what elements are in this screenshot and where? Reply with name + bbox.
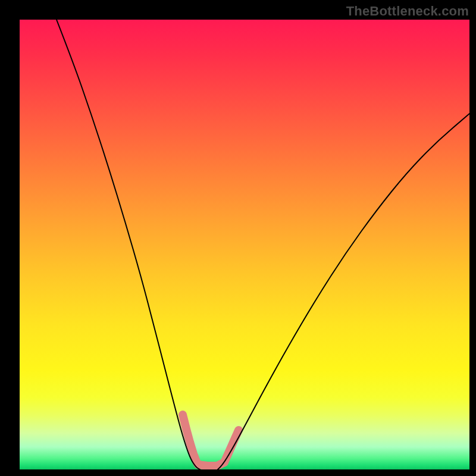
watermark-text: TheBottleneck.com [346, 4, 469, 19]
black-curves [57, 20, 469, 469]
left-curve [57, 20, 200, 469]
curves-svg [20, 20, 469, 469]
plot-area [20, 20, 469, 469]
right-curve [218, 114, 469, 469]
chart-frame: TheBottleneck.com [0, 0, 476, 476]
